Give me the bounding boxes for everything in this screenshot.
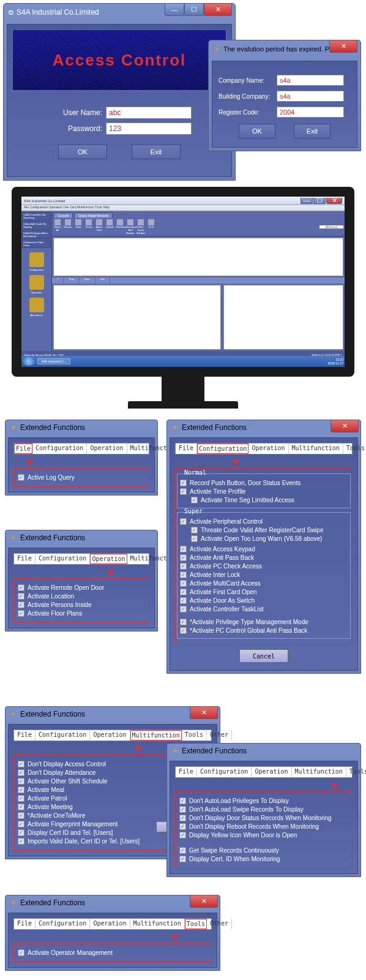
tab-operation[interactable]: Operation xyxy=(252,767,291,777)
checkbox-row[interactable]: ✓Active Log Query xyxy=(18,474,145,481)
tab-file[interactable]: File xyxy=(14,443,32,454)
tab-tools[interactable]: Tools xyxy=(185,919,207,929)
toolbar-select-all[interactable]: Select All xyxy=(53,219,62,235)
regcode-input[interactable] xyxy=(277,107,344,118)
checkbox-row[interactable]: ✓Activate Time Seg Limitted Access xyxy=(191,497,348,503)
tab-console[interactable]: Console xyxy=(53,213,73,218)
minimize-button[interactable]: — xyxy=(165,4,184,16)
checkbox-icon[interactable]: ✓ xyxy=(179,806,186,813)
toolbar-clear-event-window[interactable]: Clear Event Window xyxy=(136,219,145,235)
toolbar-upload[interactable]: Upload xyxy=(105,219,114,235)
toolbar-monitor[interactable]: Monitor xyxy=(64,219,72,235)
eval-exit-button[interactable]: Exit xyxy=(294,124,331,138)
eval-close-button[interactable]: ✕ xyxy=(329,40,357,53)
checkbox-icon[interactable]: ✓ xyxy=(179,815,186,821)
toolbar-stop[interactable]: Stop xyxy=(74,219,83,235)
toolbar-find[interactable]: Find xyxy=(147,219,155,235)
sidebar-item-operation[interactable]: Operation xyxy=(21,275,51,294)
toolbar-download[interactable]: Download xyxy=(116,219,124,235)
tab-configuration[interactable]: Configuration xyxy=(32,443,87,454)
checkbox-row[interactable]: ✓Activate Access Keypad xyxy=(180,546,348,552)
close-button[interactable]: ✕ xyxy=(204,4,232,16)
checkbox-icon[interactable]: ✓ xyxy=(18,601,24,608)
tab-configuration[interactable]: Configuration xyxy=(35,919,90,929)
checkbox-icon[interactable]: ✓ xyxy=(18,593,24,600)
sidebar-task[interactable]: 1.Add Controllers By Searching xyxy=(22,212,51,221)
username-input[interactable] xyxy=(106,107,192,119)
column-header[interactable]: # xyxy=(52,277,64,284)
building-input[interactable] xyxy=(277,91,344,102)
checkbox-row[interactable]: ✓Activate Persons Inside xyxy=(18,601,145,608)
tab-multifunction[interactable]: Multifunction xyxy=(130,919,185,929)
checkbox-icon[interactable]: ✓ xyxy=(180,546,187,552)
checkbox-icon[interactable]: ✓ xyxy=(18,838,24,845)
ok-button[interactable]: OK xyxy=(58,145,107,159)
exit-button[interactable]: Exit xyxy=(132,145,181,159)
checkbox-icon[interactable]: ✓ xyxy=(191,527,198,533)
column-header[interactable]: Desc xyxy=(80,277,95,284)
checkbox-icon[interactable]: ✓ xyxy=(18,949,24,956)
tab-multifunction[interactable]: Multifunction xyxy=(130,730,182,741)
column-header[interactable]: Info xyxy=(95,277,110,284)
app-min-button[interactable]: — xyxy=(301,198,313,204)
tab-operation[interactable]: Operation xyxy=(248,443,288,454)
sidebar-task[interactable]: 3.Add Privileges:Allow And Upload xyxy=(22,230,51,239)
checkbox-icon[interactable]: ✓ xyxy=(18,786,24,793)
checkbox-icon[interactable]: ✓ xyxy=(180,554,187,561)
tab-tools[interactable]: Tools xyxy=(346,767,366,777)
checkbox-row[interactable]: ✓Don't Display Door Status Records When … xyxy=(179,815,348,821)
checkbox-icon[interactable]: ✓ xyxy=(18,610,24,617)
tab-file[interactable]: File xyxy=(176,443,197,454)
checkbox-row[interactable]: ✓Activate PC Check Access xyxy=(180,563,348,570)
sidebar-item-attendance[interactable]: Attendance xyxy=(21,298,51,317)
checkbox-icon[interactable]: ✓ xyxy=(180,606,187,612)
sidebar-task[interactable]: 2.Auto Add Cards By Swiping xyxy=(22,221,51,230)
checkbox-row[interactable]: ✓Activate Remote Open Door xyxy=(18,584,145,591)
checkbox-icon[interactable]: ✓ xyxy=(180,597,187,604)
tab-file[interactable]: File xyxy=(14,730,35,741)
checkbox-row[interactable]: ✓Display Cert. ID When Monitoring xyxy=(179,856,348,862)
checkbox-row[interactable]: ✓Activate First Card Open xyxy=(180,589,348,595)
checkbox-row[interactable]: ✓Display Yellow Icon When Door is Open xyxy=(179,832,348,839)
tab-operation[interactable]: Operation xyxy=(90,919,130,929)
checkbox-row[interactable]: ✓Activate Floor Plans xyxy=(18,610,145,617)
tab-configuration[interactable]: Configuration xyxy=(35,554,90,564)
checkbox-row[interactable]: ✓Activate Anti Pass Back xyxy=(180,554,348,561)
checkbox-row[interactable]: ✓Don't AutoLoad Privileges To Display xyxy=(179,797,348,804)
toolbar-adjust-time[interactable]: Adjust Time xyxy=(95,219,103,235)
checkbox-row[interactable]: ✓Threate Code Valid After RegisterCard S… xyxy=(191,527,348,533)
app-max-button[interactable]: ☐ xyxy=(313,198,326,204)
tab-multifunction[interactable]: Multifunction xyxy=(289,443,343,454)
toolbar-check[interactable]: Check xyxy=(84,219,93,235)
checkbox-row[interactable]: ✓Get Swipe Records Continuously xyxy=(179,847,348,854)
start-button[interactable] xyxy=(23,357,35,366)
tab-other[interactable]: Other xyxy=(207,919,232,929)
checkbox-icon[interactable]: ✓ xyxy=(180,571,187,578)
tab-other[interactable]: Other xyxy=(207,730,232,741)
tab-configuration[interactable]: Configuration xyxy=(197,443,248,454)
checkbox-icon[interactable]: ✓ xyxy=(179,797,186,804)
checkbox-icon[interactable]: ✓ xyxy=(191,497,198,503)
checkbox-icon[interactable]: ✓ xyxy=(180,580,187,587)
checkbox-icon[interactable]: ✓ xyxy=(18,804,24,810)
tab-configuration[interactable]: Configuration xyxy=(35,730,90,741)
checkbox-icon[interactable]: ✓ xyxy=(18,761,24,767)
checkbox-icon[interactable]: ✓ xyxy=(180,619,187,625)
checkbox-icon[interactable]: ✓ xyxy=(18,584,24,591)
tab-multifunction[interactable]: Multifunction xyxy=(292,767,346,777)
sidebar-item-configuration[interactable]: Configuration xyxy=(21,252,51,271)
checkbox-row[interactable]: ✓Record Push Button, Door Status Events xyxy=(180,480,348,486)
checkbox-icon[interactable]: ✓ xyxy=(191,535,198,542)
password-input[interactable] xyxy=(106,123,192,135)
checkbox-icon[interactable]: ✓ xyxy=(18,474,24,481)
tab-operation[interactable]: Operation xyxy=(87,443,127,454)
checkbox-row[interactable]: ✓Activate MultiCard Access xyxy=(180,580,348,587)
close-button[interactable]: ✕ xyxy=(331,420,359,432)
checkbox-icon[interactable]: ✓ xyxy=(18,829,24,836)
checkbox-row[interactable]: ✓Don't Display Reboot Records When Monit… xyxy=(179,823,348,830)
checkbox-icon[interactable]: ✓ xyxy=(18,795,24,802)
checkbox-icon[interactable]: ✓ xyxy=(18,821,24,827)
checkbox-icon[interactable]: ✓ xyxy=(180,627,187,634)
tab-operation[interactable]: Operation xyxy=(90,730,130,741)
checkbox-row[interactable]: ✓Activate Open Too Long Warn (V6.58 abov… xyxy=(191,535,348,542)
